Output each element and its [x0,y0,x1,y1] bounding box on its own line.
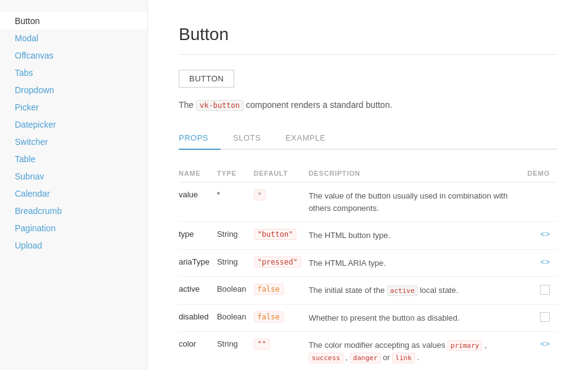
sidebar-item-upload[interactable]: Upload [0,237,147,254]
table-row: value**The value of the button usually u… [179,183,557,222]
prop-description: The HTML ARIA type. [309,249,528,277]
component-name-code: vk-button [196,100,243,111]
val-link: link [392,353,415,363]
title-divider [179,54,557,55]
prop-description: The value of the button usually used in … [309,183,528,222]
prop-description: The initial state of the active local st… [309,277,528,305]
demo-checkbox[interactable] [540,285,550,295]
prop-name: ariaType [179,249,217,277]
demo-link-icon[interactable]: <> [541,229,550,239]
prop-description: The HTML button type. [309,222,528,250]
prop-type: * [217,183,254,222]
prop-description: The color modifier accepting as values p… [309,332,528,371]
demo-link-icon[interactable]: <> [541,339,550,348]
prop-demo[interactable] [528,304,557,332]
prop-default: false [254,277,309,305]
page-title: Button [179,25,557,44]
prop-name: value [179,183,217,222]
table-row: disabledBooleanfalseWhether to present t… [179,304,557,332]
prop-type: Boolean [217,304,254,332]
table-row: activeBooleanfalseThe initial state of t… [179,277,557,305]
prop-default-value: * [254,189,266,200]
table-row: colorString""The color modifier acceptin… [179,332,557,371]
prop-name: color [179,332,217,371]
prop-default-value: false [254,311,284,323]
sidebar-item-offcanvas[interactable]: Offcanvas [0,47,147,64]
col-description: DESCRIPTION [309,165,528,183]
val-success: success [309,353,343,363]
prop-default: "pressed" [254,249,309,277]
sidebar-item-datepicker[interactable]: Datepicker [0,116,147,133]
sidebar-item-pagination[interactable]: Pagination [0,220,147,237]
prop-demo[interactable]: <> [528,222,557,250]
prop-default: "" [254,332,309,371]
sidebar-item-dropdown[interactable]: Dropdown [0,81,147,99]
sidebar-item-picker[interactable]: Picker [0,99,147,116]
description-suffix: component renders a standard button. [246,100,392,110]
prop-default: "button" [254,222,309,250]
sidebar-item-table[interactable]: Table [0,150,147,168]
prop-name: disabled [179,304,217,332]
prop-description: Whether to present the button as disable… [309,304,528,332]
sidebar-item-subnav[interactable]: Subnav [0,168,147,185]
prop-demo[interactable] [528,277,557,305]
table-body: value**The value of the button usually u… [179,183,557,371]
sidebar: ButtonModalOffcanvasTabsDropdownPickerDa… [0,0,148,370]
code-active: active [387,286,418,296]
sidebar-item-button[interactable]: Button [0,12,147,30]
prop-name: type [179,222,217,250]
sidebar-item-calendar[interactable]: Calendar [0,185,147,202]
tab-example[interactable]: EXAMPLE [285,127,338,150]
table-header: NAME TYPE DEFAULT DESCRIPTION DEMO [179,165,557,183]
table-header-row: NAME TYPE DEFAULT DESCRIPTION DEMO [179,165,557,183]
prop-type: String [217,332,254,371]
prop-type: Boolean [217,277,254,305]
col-default: DEFAULT [254,165,309,183]
prop-type: String [217,249,254,277]
demo-checkbox[interactable] [540,312,550,322]
sidebar-item-tabs[interactable]: Tabs [0,64,147,81]
table-row: ariaTypeString"pressed"The HTML ARIA typ… [179,249,557,277]
prop-default-value: "pressed" [254,257,301,268]
table-row: typeString"button"The HTML button type.<… [179,222,557,250]
main-content: Button BUTTON The vk-button component re… [148,0,588,370]
col-name: NAME [179,165,217,183]
tab-props[interactable]: PROPS [179,127,221,150]
prop-demo [528,183,557,222]
prop-default-value: "button" [254,229,297,240]
demo-button[interactable]: BUTTON [179,70,234,88]
prop-default: * [254,183,309,222]
demo-link-icon[interactable]: <> [541,257,550,266]
prop-default-value: false [254,284,284,295]
prop-default-value: "" [254,339,270,350]
prop-type: String [217,222,254,250]
col-type: TYPE [217,165,254,183]
val-primary: primary [447,340,482,351]
description-prefix: The [179,100,194,110]
prop-default: false [254,304,309,332]
sidebar-item-modal[interactable]: Modal [0,30,147,47]
tab-slots[interactable]: SLOTS [233,127,273,150]
prop-demo[interactable]: <> [528,332,557,371]
tabs-container: PROPSSLOTSEXAMPLE [179,127,557,150]
sidebar-item-breadcrumb[interactable]: Breadcrumb [0,202,147,220]
prop-demo[interactable]: <> [528,249,557,277]
val-danger: danger [350,353,381,363]
prop-name: active [179,277,217,305]
sidebar-item-switcher[interactable]: Switcher [0,133,147,150]
component-description: The vk-button component renders a standa… [179,100,557,110]
col-demo: DEMO [528,165,557,183]
props-table: NAME TYPE DEFAULT DESCRIPTION DEMO value… [179,165,557,370]
